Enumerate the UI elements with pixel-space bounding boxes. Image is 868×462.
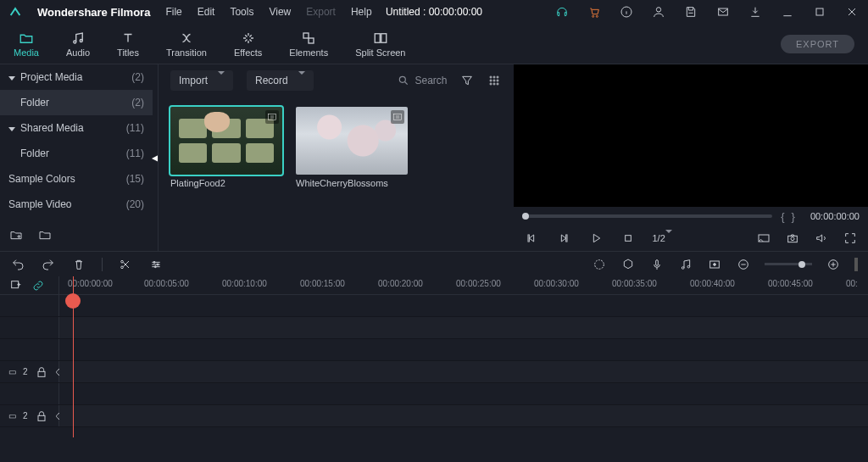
- fullscreen-icon[interactable]: [843, 231, 858, 246]
- tab-elements[interactable]: Elements: [289, 31, 328, 58]
- adjust-icon[interactable]: [148, 257, 164, 272]
- filter-icon[interactable]: [459, 73, 475, 88]
- media-clip[interactable]: PlatingFood2: [170, 107, 282, 188]
- quality-icon[interactable]: [756, 231, 771, 246]
- svg-point-21: [497, 83, 498, 85]
- sparkle-icon: [241, 31, 256, 46]
- zoom-slider[interactable]: [765, 263, 812, 265]
- import-dropdown[interactable]: Import: [170, 70, 233, 91]
- marker-icon[interactable]: [620, 257, 636, 272]
- track-row-video-2: ▭ 2: [0, 361, 868, 383]
- folder-icon[interactable]: [37, 227, 53, 242]
- keyframe-icon[interactable]: [707, 257, 722, 272]
- zoom-in-icon[interactable]: [826, 257, 841, 272]
- menu-edit[interactable]: Edit: [198, 6, 215, 18]
- add-track-icon[interactable]: [8, 278, 24, 293]
- clip-thumbnail[interactable]: [296, 107, 408, 175]
- redo-icon[interactable]: [41, 257, 56, 272]
- tab-label: Elements: [289, 47, 328, 58]
- chevron-down-icon: [8, 71, 15, 83]
- track-row-audio-2: ▭ 2: [0, 405, 868, 427]
- prev-frame-icon[interactable]: [524, 231, 539, 246]
- track-body[interactable]: [59, 295, 868, 316]
- cart-icon[interactable]: [587, 4, 602, 19]
- tab-split-screen[interactable]: Split Screen: [355, 31, 405, 58]
- sidebar-item-shared-media[interactable]: Shared Media (11): [0, 115, 153, 141]
- zoom-handle[interactable]: [798, 261, 805, 268]
- snapshot-icon[interactable]: [785, 231, 800, 246]
- minimize-icon[interactable]: [780, 4, 795, 19]
- undo-icon[interactable]: [10, 257, 25, 272]
- svg-point-13: [490, 76, 492, 78]
- ruler-mark: 00:00:15:00: [300, 279, 345, 288]
- track-number: 2: [23, 367, 28, 376]
- playhead[interactable]: [73, 276, 74, 437]
- volume-icon[interactable]: [814, 231, 829, 246]
- save-icon[interactable]: [683, 4, 698, 19]
- clip-thumbnail[interactable]: [170, 107, 282, 175]
- split-icon[interactable]: [118, 257, 133, 272]
- add-to-timeline-icon[interactable]: [391, 110, 404, 124]
- maximize-icon[interactable]: [812, 4, 827, 19]
- sidebar-item-label: Sample Colors: [8, 173, 75, 185]
- add-to-timeline-icon[interactable]: [265, 110, 279, 124]
- delete-icon[interactable]: [71, 257, 86, 272]
- sidebar-item-folder[interactable]: Folder (11): [0, 141, 153, 166]
- download-icon[interactable]: [748, 4, 763, 19]
- playback-page[interactable]: 1/2: [653, 233, 672, 243]
- mark-in-out[interactable]: {}: [781, 210, 802, 223]
- scrub-track[interactable]: [522, 214, 773, 218]
- svg-point-17: [493, 80, 495, 81]
- close-icon[interactable]: [844, 4, 860, 19]
- track-body[interactable]: [59, 383, 868, 404]
- new-folder-icon[interactable]: [8, 227, 24, 242]
- menu-view[interactable]: View: [269, 6, 291, 18]
- timeline-ruler[interactable]: 00:00:00:00 00:00:05:00 00:00:10:00 00:0…: [59, 276, 868, 294]
- lock-icon[interactable]: [35, 365, 48, 380]
- track-body[interactable]: [59, 405, 868, 426]
- svg-point-7: [80, 39, 82, 42]
- svg-point-20: [493, 83, 495, 85]
- zoom-fit-icon[interactable]: [854, 258, 858, 271]
- tab-audio[interactable]: Audio: [66, 31, 90, 58]
- record-dropdown[interactable]: Record: [247, 70, 314, 91]
- media-content: Import Record Search Pla: [158, 64, 514, 251]
- export-button[interactable]: EXPORT: [781, 35, 854, 53]
- info-icon[interactable]: [619, 4, 634, 19]
- zoom-out-icon[interactable]: [736, 257, 751, 272]
- svg-rect-10: [375, 33, 380, 42]
- tab-media[interactable]: Media: [14, 31, 39, 58]
- track-body[interactable]: [59, 361, 868, 382]
- scrub-handle[interactable]: [522, 213, 529, 220]
- menu-help[interactable]: Help: [351, 6, 372, 18]
- track-body[interactable]: [59, 339, 868, 360]
- support-icon[interactable]: [554, 4, 570, 19]
- link-icon[interactable]: [31, 278, 46, 293]
- sidebar-item-folder[interactable]: Folder (2): [0, 90, 153, 115]
- tab-titles[interactable]: Titles: [117, 31, 139, 58]
- sidebar-item-project-media[interactable]: Project Media (2): [0, 64, 153, 90]
- menu-file[interactable]: File: [165, 6, 181, 18]
- media-clip[interactable]: WhiteCherryBlossoms: [296, 107, 408, 188]
- play-icon[interactable]: [588, 231, 604, 246]
- next-frame-icon[interactable]: [556, 231, 571, 246]
- ruler-mark: 00:00:40:00: [690, 279, 735, 288]
- mail-icon[interactable]: [715, 4, 731, 19]
- lock-icon[interactable]: [35, 409, 48, 424]
- render-icon[interactable]: [592, 257, 607, 272]
- account-icon[interactable]: [651, 4, 666, 19]
- transition-icon: [179, 31, 194, 46]
- stop-icon[interactable]: [620, 231, 636, 246]
- audio-mixer-icon[interactable]: [678, 257, 693, 272]
- menu-tools[interactable]: Tools: [230, 6, 253, 18]
- preview-canvas[interactable]: [514, 64, 869, 207]
- sidebar-item-sample-video[interactable]: Sample Video (20): [0, 192, 153, 217]
- tab-transition[interactable]: Transition: [166, 31, 207, 58]
- tab-effects[interactable]: Effects: [234, 31, 262, 58]
- voiceover-icon[interactable]: [649, 257, 665, 272]
- media-grid: PlatingFood2 WhiteCherryBlossoms: [159, 97, 514, 198]
- search-input[interactable]: Search: [398, 75, 447, 86]
- sidebar-item-sample-colors[interactable]: Sample Colors (15): [0, 166, 153, 192]
- track-body[interactable]: [59, 317, 868, 338]
- grid-view-icon[interactable]: [487, 73, 502, 88]
